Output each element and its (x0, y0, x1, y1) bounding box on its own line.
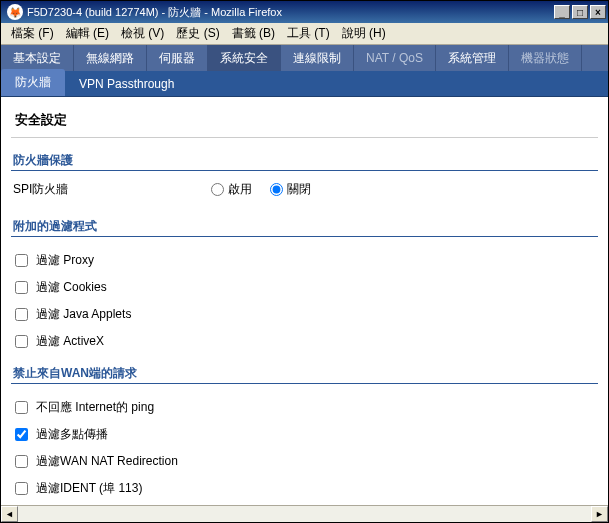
row-filter-proxy: 過濾 Proxy (11, 247, 598, 274)
checkbox-wan-ident[interactable] (15, 482, 28, 495)
page-body: 安全設定 防火牆保護 SPI防火牆 啟用 關閉 附加的過濾程式 (1, 97, 608, 505)
spi-enable-option[interactable]: 啟用 (211, 181, 252, 198)
row-wan-nat: 過濾WAN NAT Redirection (11, 448, 598, 475)
spi-disable-label: 關閉 (287, 181, 311, 198)
row-wan-ping: 不回應 Internet的 ping (11, 394, 598, 421)
spi-enable-radio[interactable] (211, 183, 224, 196)
menu-edit[interactable]: 編輯 (E) (60, 23, 115, 44)
tab-basic[interactable]: 基本設定 (1, 45, 74, 71)
section-firewall-protect: 防火牆保護 (11, 142, 598, 171)
tab-vpn[interactable]: VPN Passthrough (65, 72, 188, 96)
firefox-icon: 🦊 (7, 4, 23, 20)
spi-radio-group: 啟用 關閉 (211, 181, 311, 198)
section-filters: 附加的過濾程式 (11, 208, 598, 237)
row-filter-java: 過濾 Java Applets (11, 301, 598, 328)
tab-security[interactable]: 系統安全 (208, 45, 281, 71)
tab-firewall[interactable]: 防火牆 (1, 69, 65, 96)
checkbox-filter-java[interactable] (15, 308, 28, 321)
label-wan-ping: 不回應 Internet的 ping (36, 399, 154, 416)
row-wan-multicast: 過濾多點傳播 (11, 421, 598, 448)
spi-disable-option[interactable]: 關閉 (270, 181, 311, 198)
checkbox-filter-proxy[interactable] (15, 254, 28, 267)
checkbox-wan-nat[interactable] (15, 455, 28, 468)
menu-tools[interactable]: 工具 (T) (281, 23, 336, 44)
tab-natqos[interactable]: NAT / QoS (354, 45, 436, 71)
checkbox-filter-activex[interactable] (15, 335, 28, 348)
menu-help[interactable]: 說明 (H) (336, 23, 392, 44)
tab-admin[interactable]: 系統管理 (436, 45, 509, 71)
scroll-track[interactable] (18, 506, 591, 522)
menu-history[interactable]: 歷史 (S) (170, 23, 225, 44)
section-wan-block: 禁止來自WAN端的請求 (11, 355, 598, 384)
horizontal-scrollbar[interactable]: ◄ ► (1, 505, 608, 522)
checkbox-filter-cookies[interactable] (15, 281, 28, 294)
row-filter-activex: 過濾 ActiveX (11, 328, 598, 355)
page-title: 安全設定 (11, 105, 598, 138)
menubar: 檔案 (F) 編輯 (E) 檢視 (V) 歷史 (S) 書籤 (B) 工具 (T… (1, 23, 608, 45)
spi-label: SPI防火牆 (11, 181, 211, 198)
close-button[interactable]: × (590, 5, 606, 19)
checkbox-wan-ping[interactable] (15, 401, 28, 414)
menu-file[interactable]: 檔案 (F) (5, 23, 60, 44)
menu-view[interactable]: 檢視 (V) (115, 23, 170, 44)
label-wan-ident: 過濾IDENT (埠 113) (36, 480, 142, 497)
spi-disable-radio[interactable] (270, 183, 283, 196)
checkbox-wan-multicast[interactable] (15, 428, 28, 441)
minimize-button[interactable]: _ (554, 5, 570, 19)
label-filter-activex: 過濾 ActiveX (36, 333, 104, 350)
label-filter-proxy: 過濾 Proxy (36, 252, 94, 269)
titlebar: 🦊 F5D7230-4 (build 12774M) - 防火牆 - Mozil… (1, 1, 608, 23)
tab-server[interactable]: 伺服器 (147, 45, 208, 71)
tab-conn[interactable]: 連線限制 (281, 45, 354, 71)
tab-wireless[interactable]: 無線網路 (74, 45, 147, 71)
spi-enable-label: 啟用 (228, 181, 252, 198)
scroll-left-button[interactable]: ◄ (1, 506, 18, 522)
row-filter-cookies: 過濾 Cookies (11, 274, 598, 301)
scroll-right-button[interactable]: ► (591, 506, 608, 522)
row-spi: SPI防火牆 啟用 關閉 (11, 181, 598, 198)
secondary-tabs: 防火牆 VPN Passthrough (1, 71, 608, 97)
label-wan-multicast: 過濾多點傳播 (36, 426, 108, 443)
row-wan-ident: 過濾IDENT (埠 113) (11, 475, 598, 502)
maximize-button[interactable]: □ (572, 5, 588, 19)
tab-status[interactable]: 機器狀態 (509, 45, 582, 71)
content-area: 基本設定 無線網路 伺服器 系統安全 連線限制 NAT / QoS 系統管理 機… (1, 45, 608, 505)
menu-bookmarks[interactable]: 書籤 (B) (226, 23, 281, 44)
label-wan-nat: 過濾WAN NAT Redirection (36, 453, 178, 470)
primary-tabs: 基本設定 無線網路 伺服器 系統安全 連線限制 NAT / QoS 系統管理 機… (1, 45, 608, 71)
app-window: 🦊 F5D7230-4 (build 12774M) - 防火牆 - Mozil… (0, 0, 609, 523)
window-title: F5D7230-4 (build 12774M) - 防火牆 - Mozilla… (27, 5, 552, 20)
label-filter-java: 過濾 Java Applets (36, 306, 131, 323)
label-filter-cookies: 過濾 Cookies (36, 279, 107, 296)
